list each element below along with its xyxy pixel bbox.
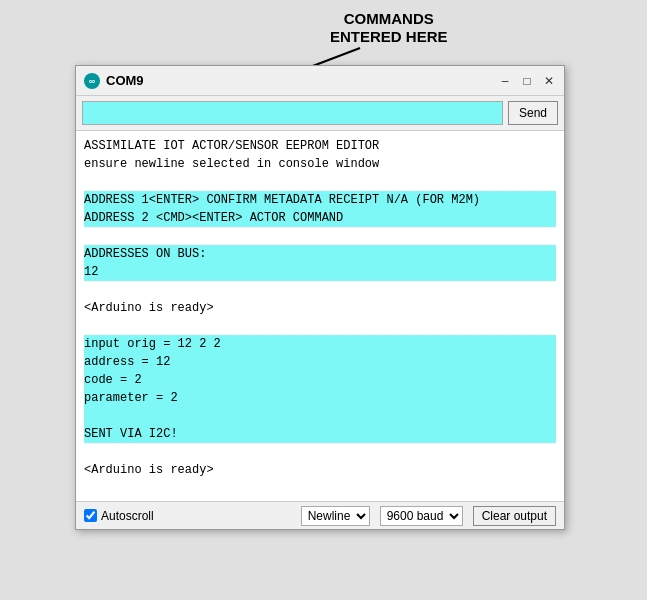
window-controls: – □ ✕ <box>498 74 556 88</box>
console-highlight-block: ADDRESS 1<ENTER> CONFIRM METADATA RECEIP… <box>84 191 556 227</box>
title-bar: ∞ COM9 – □ ✕ <box>76 66 564 96</box>
annotation-commands-entered: COMMANDS ENTERED HERE <box>330 10 448 46</box>
console-line: <Arduino is ready> <box>84 299 556 317</box>
console-output: ASSIMILATE IOT ACTOR/SENSOR EEPROM EDITO… <box>76 131 564 501</box>
newline-select[interactable]: Newline <box>301 506 370 526</box>
console-line <box>84 173 556 191</box>
send-button[interactable]: Send <box>508 101 558 125</box>
window-title: COM9 <box>106 73 498 88</box>
baud-select[interactable]: 9600 baud <box>380 506 463 526</box>
command-input[interactable] <box>82 101 503 125</box>
console-line: ensure newline selected in console windo… <box>84 155 556 173</box>
autoscroll-checkbox[interactable] <box>84 509 97 522</box>
console-line <box>84 317 556 335</box>
main-window: ∞ COM9 – □ ✕ Send ASSIMILATE IOT ACTOR/S… <box>75 65 565 530</box>
close-button[interactable]: ✕ <box>542 74 556 88</box>
autoscroll-check: Autoscroll <box>84 509 154 523</box>
maximize-button[interactable]: □ <box>520 74 534 88</box>
console-line: ASSIMILATE IOT ACTOR/SENSOR EEPROM EDITO… <box>84 137 556 155</box>
console-line <box>84 227 556 245</box>
console-line: <Arduino is ready> <box>84 461 556 479</box>
console-line <box>84 281 556 299</box>
console-highlight-block: input orig = 12 2 2address = 12code = 2p… <box>84 335 556 443</box>
app-icon: ∞ <box>84 73 100 89</box>
console-highlight-block: ADDRESSES ON BUS:12 <box>84 245 556 281</box>
clear-output-button[interactable]: Clear output <box>473 506 556 526</box>
autoscroll-label: Autoscroll <box>101 509 154 523</box>
minimize-button[interactable]: – <box>498 74 512 88</box>
status-bar: Autoscroll Newline 9600 baud Clear outpu… <box>76 501 564 529</box>
console-line <box>84 443 556 461</box>
input-bar: Send <box>76 96 564 131</box>
